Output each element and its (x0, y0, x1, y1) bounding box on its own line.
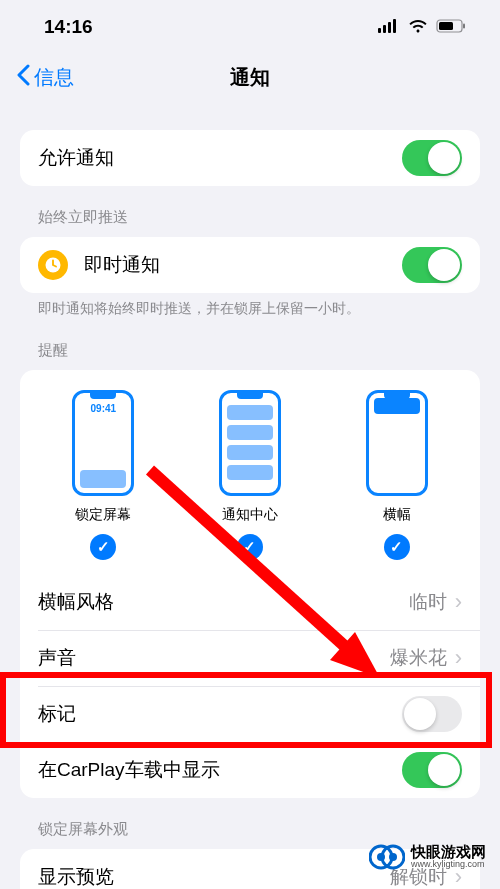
svg-rect-5 (439, 22, 453, 30)
svg-rect-2 (388, 22, 391, 33)
svg-rect-6 (463, 24, 465, 29)
alert-option-lockscreen[interactable]: 09:41 锁定屏幕 ✓ (72, 390, 134, 560)
alert-opt-label: 通知中心 (222, 506, 278, 524)
immediate-footer: 即时通知将始终即时推送，并在锁屏上保留一小时。 (20, 293, 480, 319)
svg-point-13 (389, 853, 397, 861)
chevron-right-icon: › (455, 645, 462, 671)
immediate-header: 始终立即推送 (20, 208, 480, 227)
allow-notifications-row[interactable]: 允许通知 (20, 130, 480, 186)
battery-icon (436, 16, 466, 38)
status-bar: 14:16 (0, 0, 500, 54)
banner-style-label: 横幅风格 (38, 589, 409, 615)
carplay-label: 在CarPlay车载中显示 (38, 757, 402, 783)
watermark: 快眼游戏网 www.kyligting.com (369, 843, 486, 871)
svg-rect-3 (393, 19, 396, 33)
status-time: 14:16 (44, 16, 93, 38)
immediate-row[interactable]: 即时通知 (20, 237, 480, 293)
show-preview-label: 显示预览 (38, 864, 390, 889)
wifi-icon (408, 16, 428, 38)
lockscreen-preview-icon: 09:41 (72, 390, 134, 496)
clock-icon (38, 250, 68, 280)
checkmark-icon: ✓ (237, 534, 263, 560)
svg-rect-1 (383, 25, 386, 33)
allow-label: 允许通知 (38, 145, 402, 171)
notification-center-preview-icon (219, 390, 281, 496)
alert-opt-label: 锁定屏幕 (75, 506, 131, 524)
chevron-left-icon (16, 64, 30, 91)
chevron-right-icon: › (455, 589, 462, 615)
banner-preview-icon (366, 390, 428, 496)
allow-group: 允许通知 (20, 130, 480, 186)
badges-label: 标记 (38, 701, 402, 727)
watermark-logo-icon (369, 843, 405, 871)
alert-style-picker: 09:41 锁定屏幕 ✓ 通知中心 ✓ (20, 370, 480, 574)
alert-opt-label: 横幅 (383, 506, 411, 524)
sound-row[interactable]: 声音 爆米花 › (20, 630, 480, 686)
alert-option-notification-center[interactable]: 通知中心 ✓ (219, 390, 281, 560)
back-label: 信息 (34, 64, 74, 91)
checkmark-icon: ✓ (90, 534, 116, 560)
carplay-toggle[interactable] (402, 752, 462, 788)
watermark-name: 快眼游戏网 (411, 844, 486, 861)
sound-value: 爆米花 (390, 645, 447, 671)
banner-style-value: 临时 (409, 589, 447, 615)
status-indicators (378, 16, 466, 38)
alert-option-banner[interactable]: 横幅 ✓ (366, 390, 428, 560)
svg-point-12 (377, 853, 385, 861)
alerts-header: 提醒 (20, 341, 480, 360)
carplay-row[interactable]: 在CarPlay车载中显示 (20, 742, 480, 798)
cellular-icon (378, 16, 400, 38)
page-title: 通知 (230, 64, 270, 91)
watermark-url: www.kyligting.com (411, 860, 486, 870)
allow-toggle[interactable] (402, 140, 462, 176)
sound-label: 声音 (38, 645, 390, 671)
badges-row[interactable]: 标记 (20, 686, 480, 742)
banner-style-row[interactable]: 横幅风格 临时 › (20, 574, 480, 630)
navigation-bar: 信息 通知 (0, 54, 500, 100)
checkmark-icon: ✓ (384, 534, 410, 560)
back-button[interactable]: 信息 (16, 64, 74, 91)
badges-toggle[interactable] (402, 696, 462, 732)
svg-rect-0 (378, 28, 381, 33)
immediate-label: 即时通知 (84, 252, 402, 278)
appearance-header: 锁定屏幕外观 (20, 820, 480, 839)
immediate-toggle[interactable] (402, 247, 462, 283)
